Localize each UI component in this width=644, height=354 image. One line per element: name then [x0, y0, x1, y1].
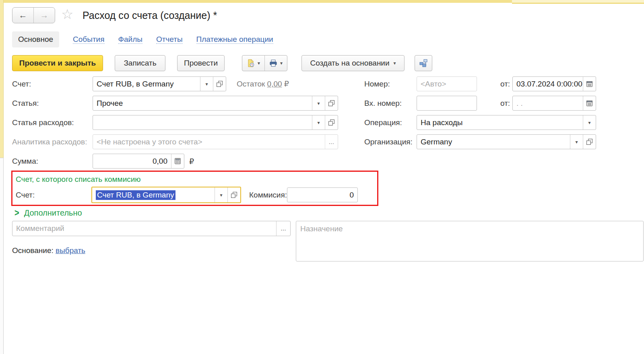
tab-payment-operations[interactable]: Платежные операции — [196, 35, 273, 44]
post-and-close-button[interactable]: Провести и закрыть — [12, 55, 103, 71]
article-value[interactable]: Прочее — [93, 96, 312, 110]
document-structure-icon — [419, 59, 428, 67]
article-dropdown-button[interactable]: ▾ — [312, 96, 325, 110]
incoming-date-field[interactable]: . . — [512, 96, 596, 111]
comment-placeholder[interactable]: Комментарий — [12, 221, 276, 236]
incoming-number-value[interactable] — [417, 96, 477, 110]
comment-field[interactable]: Комментарий ... — [12, 221, 291, 236]
date-calendar-button[interactable] — [583, 77, 596, 91]
commission-section-title: Счет, с которого списать коммисию — [16, 175, 141, 184]
analytics-field: <Не настроена у этого счета> ... — [93, 134, 338, 149]
account-dropdown-button[interactable]: ▾ — [200, 77, 213, 91]
commission-account-open-button[interactable] — [227, 187, 240, 202]
expense-article-value[interactable] — [93, 115, 312, 130]
analytics-label: Аналитика расходов: — [12, 138, 87, 146]
article-open-button[interactable] — [325, 96, 338, 110]
favorite-star-icon[interactable]: ☆ — [61, 7, 73, 21]
ellipsis-icon: ... — [329, 138, 334, 146]
number-field: <Авто> — [417, 76, 477, 91]
tab-events[interactable]: События — [73, 35, 104, 44]
expense-article-label: Статья расходов: — [12, 118, 74, 127]
date-field[interactable]: 03.07.2024 0:00:00 — [512, 76, 596, 91]
tab-main[interactable]: Основное — [12, 31, 59, 47]
chevron-down-icon: ▾ — [394, 61, 396, 66]
ruble-sign: ₽ — [284, 80, 289, 88]
article-field[interactable]: Прочее ▾ — [93, 96, 338, 111]
commission-account-dropdown-button[interactable]: ▾ — [215, 187, 227, 202]
amount-value[interactable]: 0,00 — [93, 154, 171, 168]
operation-field[interactable]: На расходы ▾ — [417, 115, 596, 130]
balance-text: Остаток 0,00 ₽ — [237, 79, 289, 88]
incoming-date-calendar-button[interactable] — [583, 96, 596, 110]
create-based-on-label: Создать на основании — [310, 59, 389, 68]
chevron-down-icon: ▾ — [220, 193, 222, 198]
comment-more-button[interactable]: ... — [276, 221, 290, 236]
amount-label: Сумма: — [12, 157, 38, 166]
expense-article-open-button[interactable] — [325, 115, 338, 130]
open-icon — [328, 119, 334, 126]
commission-account-label: Счет: — [16, 191, 35, 200]
top-window-edge-right — [512, 0, 644, 4]
toolbar: Провести и закрыть Записать Провести ▾ — [12, 55, 432, 71]
account-field[interactable]: Счет RUB, в Germany ▾ — [93, 76, 226, 91]
forward-button[interactable]: → — [33, 8, 55, 23]
chevron-down-icon: ▾ — [280, 61, 283, 66]
more-section-toggle[interactable]: > Дополнительно — [14, 208, 82, 218]
analytics-placeholder: <Не настроена у этого счета> — [93, 135, 325, 149]
tab-reports[interactable]: Отчеты — [156, 35, 183, 44]
print-dropdown[interactable]: ▾ — [264, 56, 287, 71]
purpose-textarea[interactable] — [296, 221, 644, 261]
post-button[interactable]: Провести — [177, 55, 225, 71]
organization-dropdown-button[interactable]: ▾ — [570, 135, 583, 149]
operation-label: Операция: — [364, 118, 402, 127]
organization-label: Организация: — [364, 138, 413, 146]
expense-article-field[interactable]: ▾ — [93, 115, 338, 130]
amount-field[interactable]: 0,00 — [93, 154, 184, 169]
organization-open-button[interactable] — [583, 135, 596, 149]
expense-article-dropdown-button[interactable]: ▾ — [312, 115, 325, 130]
operation-dropdown-button[interactable]: ▾ — [583, 115, 596, 130]
save-button[interactable]: Записать — [115, 55, 165, 71]
commission-account-field[interactable]: Счет RUB, в Germany ▾ — [91, 187, 241, 203]
tab-files[interactable]: Файлы — [118, 35, 142, 44]
amount-currency: ₽ — [189, 157, 194, 166]
date-value[interactable]: 03.07.2024 0:00:00 — [513, 77, 583, 91]
chevron-down-icon: ▾ — [317, 120, 320, 125]
calendar-icon — [586, 100, 593, 107]
commission-amount-label: Коммисия: — [249, 191, 287, 200]
commission-account-value[interactable]: Счет RUB, в Germany — [92, 187, 215, 202]
basis-label: Основание: — [12, 246, 54, 255]
account-value[interactable]: Счет RUB, в Germany — [93, 77, 200, 91]
organization-value[interactable]: Germany — [417, 135, 570, 149]
tab-bar: Основное События Файлы Отчеты Платежные … — [12, 31, 273, 47]
commission-highlight-box: Счет, с которого списать коммисию Счет: … — [11, 171, 378, 206]
commission-amount-value[interactable]: 0 — [287, 188, 357, 202]
analytics-more-button[interactable]: ... — [325, 135, 338, 149]
balance-label: Остаток — [237, 80, 265, 88]
incoming-number-field[interactable] — [417, 96, 477, 111]
number-placeholder: <Авто> — [417, 77, 477, 91]
commission-amount-field[interactable]: 0 — [287, 187, 358, 202]
chevron-down-icon: ▾ — [205, 82, 208, 86]
amount-calculator-button[interactable] — [171, 154, 184, 168]
open-icon — [586, 139, 592, 145]
nav-history-group: ← → — [12, 7, 55, 23]
organization-field[interactable]: Germany ▾ — [417, 134, 596, 149]
document-structure-button[interactable] — [415, 55, 432, 71]
account-open-button[interactable] — [213, 77, 226, 91]
open-icon — [217, 81, 223, 87]
document-clock-icon — [247, 59, 255, 67]
chevron-down-icon: ▾ — [317, 101, 320, 106]
create-based-on-button[interactable]: Создать на основании ▾ — [301, 55, 405, 71]
basis-select-link[interactable]: выбрать — [56, 246, 85, 255]
balance-value-link[interactable]: 0,00 — [267, 80, 282, 88]
top-window-edge — [0, 0, 512, 3]
incoming-date-value[interactable]: . . — [513, 96, 583, 110]
create-linked-document-dropdown[interactable]: ▾ — [242, 56, 264, 71]
operation-value[interactable]: На расходы — [417, 115, 583, 130]
left-panel-edge — [0, 0, 4, 158]
chevron-right-icon: > — [14, 208, 19, 218]
date-from-label: от: — [500, 80, 510, 88]
back-button[interactable]: ← — [12, 8, 33, 23]
open-icon — [328, 100, 334, 106]
